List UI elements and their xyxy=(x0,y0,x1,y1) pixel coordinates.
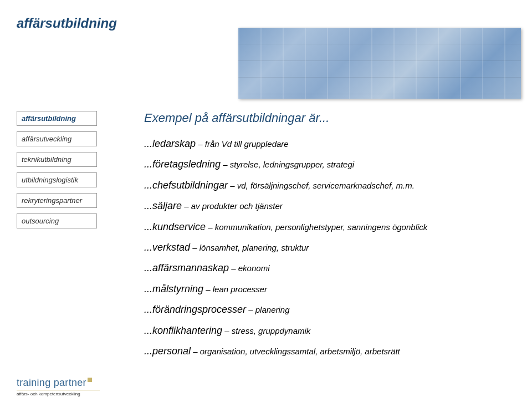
detail: – kommunikation, personlighetstyper, san… xyxy=(206,222,427,232)
content-line: ...förändringsprocesser – planering xyxy=(144,303,510,316)
detail: – vd, försäljningschef, servicemarknadsc… xyxy=(228,181,415,190)
sidebar-item-utbildningslogistik: utbildningslogistik xyxy=(17,172,97,187)
content: Exempel på affärsutbildningar är... ...l… xyxy=(144,111,510,365)
term: ...personal xyxy=(144,345,191,357)
term: ...säljare xyxy=(144,200,182,211)
sidebar-item-affarsutveckling: affärsutveckling xyxy=(17,131,97,146)
term: ...affärsmannaskap xyxy=(144,262,229,273)
detail: – ekonomi xyxy=(229,263,269,273)
detail: – lean processer xyxy=(203,284,267,294)
detail: – lönsamhet, planering, struktur xyxy=(190,243,309,252)
content-line: ...affärsmannaskap – ekonomi xyxy=(144,262,510,274)
sidebar: affärsutbildning affärsutveckling teknik… xyxy=(17,111,97,234)
content-title: Exempel på affärsutbildningar är... xyxy=(144,111,510,125)
content-line: ...kundservice – kommunikation, personli… xyxy=(144,221,510,233)
content-line: ...personal – organisation, utvecklingss… xyxy=(144,345,510,358)
term: ...chefsutbildningar xyxy=(144,180,228,191)
page-title: affärsutbildning xyxy=(17,16,117,31)
term: ...förändringsprocesser xyxy=(144,304,246,315)
content-line: ...ledarskap – från Vd till gruppledare xyxy=(144,138,510,150)
detail: – organisation, utvecklingssamtal, arbet… xyxy=(191,347,400,356)
detail: – av produkter och tjänster xyxy=(182,201,283,211)
content-line: ...målstyrning – lean processer xyxy=(144,283,510,296)
term: ...ledarskap xyxy=(144,138,196,149)
header-image xyxy=(238,28,521,99)
detail: – planering xyxy=(246,305,289,314)
detail: – stress, gruppdynamik xyxy=(222,326,310,335)
term: ...kundservice xyxy=(144,221,206,232)
content-line: ...chefsutbildningar – vd, försäljningsc… xyxy=(144,179,510,192)
term: ...verkstad xyxy=(144,242,190,253)
content-line: ...verkstad – lönsamhet, planering, stru… xyxy=(144,241,510,254)
logo-sub: affärs- och kompetensutveckling xyxy=(17,390,100,396)
logo-square-icon xyxy=(88,378,92,382)
sidebar-item-affarsutbildning: affärsutbildning xyxy=(17,111,97,126)
logo-text: training partner xyxy=(17,377,86,388)
sidebar-item-rekryteringspartner: rekryteringspartner xyxy=(17,193,97,208)
term: ...konflikhantering xyxy=(144,325,222,336)
logo: training partner affärs- och kompetensut… xyxy=(17,377,100,396)
content-line: ...företagsledning – styrelse, ledningsg… xyxy=(144,158,510,171)
content-line: ...konflikhantering – stress, gruppdynam… xyxy=(144,324,510,337)
detail: – från Vd till gruppledare xyxy=(196,139,289,149)
sidebar-item-teknikutbildning: teknikutbildning xyxy=(17,152,97,167)
content-line: ...säljare – av produkter och tjänster xyxy=(144,200,510,212)
term: ...målstyrning xyxy=(144,283,203,294)
term: ...företagsledning xyxy=(144,159,221,170)
logo-main: training partner xyxy=(17,377,100,389)
sidebar-item-outsourcing: outsourcing xyxy=(17,213,97,228)
detail: – styrelse, ledningsgrupper, strategi xyxy=(221,160,354,169)
